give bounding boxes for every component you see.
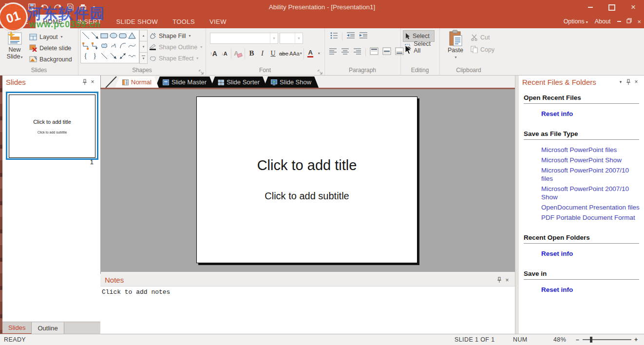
file-type-link[interactable]: Microsoft PowerPoint 2007/10 files <box>541 166 640 183</box>
background-button[interactable]: Background <box>28 54 74 64</box>
view-tab-normal[interactable]: Normal <box>115 77 159 88</box>
paste-button[interactable]: Paste ▾ <box>444 30 467 59</box>
zoom-slider-handle[interactable] <box>590 337 592 343</box>
shape-outline-button[interactable]: Shape Outline▾ <box>148 42 204 52</box>
slide-title-placeholder[interactable]: Click to add title <box>197 157 417 173</box>
notes-input[interactable]: Click to add notes <box>100 287 515 336</box>
doc-close-button[interactable]: × <box>637 18 641 25</box>
shape-ellipse-icon[interactable] <box>109 30 118 40</box>
zoom-in-button[interactable]: + <box>634 334 638 345</box>
align-left-button[interactable] <box>329 48 337 57</box>
shape-arrow-icon[interactable] <box>90 30 99 40</box>
shapes-more-button[interactable]: ▾ <box>139 53 148 64</box>
shape-right-brace-icon[interactable]: } <box>90 51 99 61</box>
shape-line-icon[interactable] <box>81 30 90 40</box>
background-icon <box>29 56 37 63</box>
slides-panel-close-icon[interactable]: × <box>89 78 96 86</box>
file-type-link[interactable]: Microsoft PowerPoint 2007/10 Show <box>541 185 640 201</box>
tab-file[interactable]: FILE <box>7 15 36 28</box>
font-size-select[interactable]: ▾ <box>280 33 303 44</box>
normal-view-icon <box>122 79 129 85</box>
align-text-middle-button[interactable] <box>382 47 391 57</box>
tab-home[interactable]: HOME <box>36 15 70 28</box>
shape-double-arrow-icon[interactable] <box>118 51 127 61</box>
reset-info-link[interactable]: Reset info <box>541 286 640 294</box>
strikethrough-button[interactable]: abe <box>279 47 289 59</box>
slide-thumbnail[interactable]: Click to add title Click to add subtitle <box>6 92 98 160</box>
italic-button[interactable]: I <box>257 47 267 59</box>
notes-panel-close-icon[interactable]: × <box>503 276 511 284</box>
slide-subtitle-placeholder[interactable]: Click to add subtitle <box>197 191 417 202</box>
slides-panel-pin-icon[interactable] <box>81 78 89 86</box>
shape-left-brace-icon[interactable]: { <box>81 51 90 61</box>
shapes-scroll-up-button[interactable]: ▴ <box>139 30 148 41</box>
align-right-button[interactable] <box>353 48 361 57</box>
recent-panel-pin-icon[interactable] <box>625 78 632 86</box>
shape-elbow-connector-icon[interactable] <box>81 40 90 51</box>
zoom-out-button[interactable]: – <box>576 334 579 345</box>
align-text-top-button[interactable] <box>370 47 379 57</box>
view-tab-slide-sorter[interactable]: Slide Sorter <box>210 77 267 88</box>
cut-button[interactable]: Cut <box>469 32 491 42</box>
maximize-button[interactable] <box>601 0 623 15</box>
tab-slide-show[interactable]: SLIDE SHOW <box>109 15 166 28</box>
grow-font-button[interactable]: ↑A <box>208 47 219 59</box>
shape-scribble-icon[interactable] <box>109 40 118 51</box>
align-center-button[interactable] <box>341 48 349 57</box>
shape-elbow-arrow-icon[interactable] <box>90 40 99 51</box>
decrease-indent-button[interactable] <box>346 32 355 41</box>
reset-info-link[interactable]: Reset info <box>541 249 640 258</box>
minimize-button[interactable] <box>580 0 601 15</box>
bold-button[interactable]: B <box>246 47 257 59</box>
close-button[interactable]: × <box>623 0 644 15</box>
shape-curve-icon[interactable] <box>127 40 136 51</box>
slide-workspace[interactable]: Click to add title Click to add subtitle <box>100 88 515 272</box>
recent-panel-menu-icon[interactable]: ▾ <box>617 78 625 86</box>
delete-slide-button[interactable]: Delete slide <box>28 43 73 53</box>
shape-arc-icon[interactable] <box>118 40 127 51</box>
notes-panel-pin-icon[interactable] <box>495 276 503 284</box>
view-tab-slide-master[interactable]: Slide Master <box>155 77 214 88</box>
bullets-button[interactable] <box>330 32 338 41</box>
shape-line2-icon[interactable] <box>99 51 109 61</box>
recent-panel-close-icon[interactable]: × <box>632 78 640 86</box>
new-slide-button[interactable]: NewSlide▾ <box>3 30 26 61</box>
change-case-button[interactable]: AAa▾ <box>289 47 302 59</box>
copy-button[interactable]: Copy <box>469 44 496 55</box>
shape-arrow2-icon[interactable] <box>109 51 118 61</box>
about-menu[interactable]: About <box>595 18 611 25</box>
options-menu[interactable]: Options▾ <box>564 18 588 25</box>
slide-canvas[interactable]: Click to add title Click to add subtitle <box>196 96 417 263</box>
shape-fill-button[interactable]: Shape Fill▾ <box>148 31 192 41</box>
shapes-scroll-down-button[interactable]: ▾ <box>139 41 148 53</box>
layout-button[interactable]: Layout▾ <box>28 32 64 42</box>
file-type-link[interactable]: Microsoft PowerPoint files <box>541 146 640 154</box>
shape-triangle-icon[interactable] <box>127 30 136 40</box>
file-type-link[interactable]: Microsoft PowerPoint Show <box>541 156 640 164</box>
shape-rectangle-icon[interactable] <box>99 30 109 40</box>
font-name-select[interactable]: ▾ <box>210 33 278 44</box>
shapes-gallery[interactable]: { } <box>80 30 139 63</box>
font-color-dropdown[interactable]: ▾ <box>316 47 322 59</box>
reset-info-link[interactable]: Reset info <box>541 110 640 118</box>
tab-slides-pane[interactable]: Slides <box>2 322 32 334</box>
file-type-link[interactable]: PDF Portable Document Format <box>541 213 640 222</box>
shape-wave-icon[interactable] <box>127 51 136 61</box>
tab-tools[interactable]: TOOLS <box>165 15 202 28</box>
shape-freeform-icon[interactable] <box>99 40 109 51</box>
file-type-link[interactable]: OpenDocument Presentation files <box>541 203 640 211</box>
status-zoom-percent[interactable]: 48% <box>553 334 566 345</box>
doc-restore-button[interactable] <box>626 18 632 25</box>
shrink-font-button[interactable]: ↓A <box>219 47 229 59</box>
clear-formatting-button[interactable]: A <box>233 47 243 59</box>
shape-rounded-rectangle-icon[interactable] <box>118 30 127 40</box>
tab-view[interactable]: VIEW <box>202 15 234 28</box>
increase-indent-button[interactable] <box>359 32 368 41</box>
tab-insert[interactable]: INSERT <box>70 15 109 28</box>
view-tab-slide-show[interactable]: Slide Show <box>264 77 319 88</box>
tab-outline-pane[interactable]: Outline <box>32 322 64 334</box>
doc-minimize-button[interactable] <box>617 21 621 22</box>
font-color-button[interactable]: A <box>305 47 316 59</box>
shape-effect-button[interactable]: Shape Effect▾ <box>148 53 200 63</box>
underline-button[interactable]: U <box>268 47 278 59</box>
